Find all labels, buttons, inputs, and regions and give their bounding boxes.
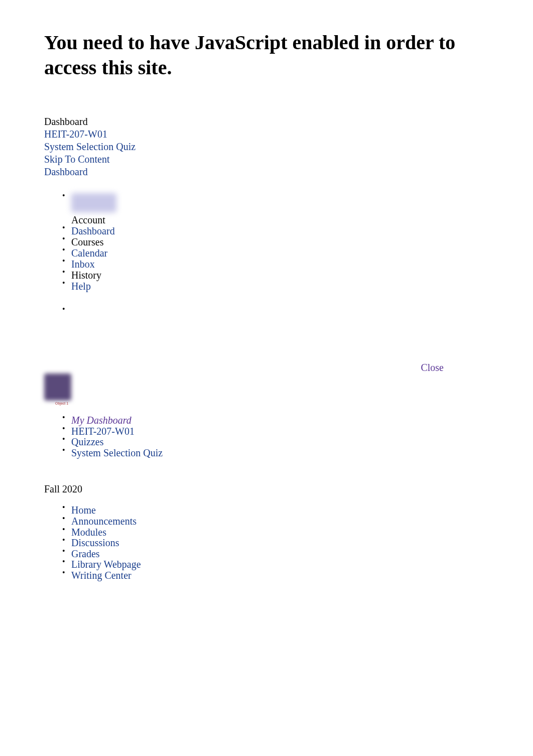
dashboard-link[interactable]: Dashboard: [44, 166, 88, 177]
nav-item-dashboard[interactable]: Dashboard: [71, 225, 115, 236]
page-heading: You need to have JavaScript enabled in o…: [44, 30, 489, 80]
course-nav-announcements[interactable]: Announcements: [71, 516, 137, 527]
breadcrumb: My Dashboard HEIT-207-W01 Quizzes System…: [44, 415, 489, 458]
nav-item-account[interactable]: Account: [71, 193, 489, 225]
nav-item-inbox[interactable]: Inbox: [71, 259, 95, 270]
nav-item-help[interactable]: Help: [71, 281, 91, 292]
course-nav-home[interactable]: Home: [71, 505, 96, 516]
course-nav-grades[interactable]: Grades: [71, 548, 100, 559]
breadcrumb-quiz[interactable]: System Selection Quiz: [71, 447, 163, 458]
skip-to-content-link[interactable]: Skip To Content: [44, 154, 109, 165]
course-nav-writing-center[interactable]: Writing Center: [71, 570, 131, 581]
course-nav: Home Announcements Modules Discussions G…: [44, 505, 489, 581]
nav-item-calendar[interactable]: Calendar: [71, 247, 107, 259]
close-button[interactable]: Close: [421, 362, 444, 373]
nav-item-history[interactable]: History: [71, 270, 489, 281]
nav-label-account: Account: [71, 214, 105, 225]
global-nav: Account Dashboard Courses Calendar Inbox…: [44, 193, 489, 292]
term-label: Fall 2020: [44, 483, 489, 495]
breadcrumb-course-link[interactable]: HEIT-207-W01: [44, 129, 107, 140]
course-nav-modules[interactable]: Modules: [71, 527, 106, 538]
breadcrumb-my-dashboard[interactable]: My Dashboard: [71, 415, 131, 426]
object-label: Object 1: [55, 402, 489, 405]
course-thumbnail: [44, 373, 71, 401]
breadcrumb-course[interactable]: HEIT-207-W01: [71, 426, 135, 437]
breadcrumb-dashboard-text: Dashboard: [44, 115, 489, 128]
breadcrumb-quizzes[interactable]: Quizzes: [71, 436, 103, 447]
course-nav-discussions[interactable]: Discussions: [71, 537, 119, 548]
avatar-placeholder: [71, 193, 116, 212]
nav-item-courses[interactable]: Courses: [71, 236, 489, 247]
course-nav-library[interactable]: Library Webpage: [71, 559, 141, 570]
breadcrumb-quiz-link[interactable]: System Selection Quiz: [44, 141, 136, 152]
